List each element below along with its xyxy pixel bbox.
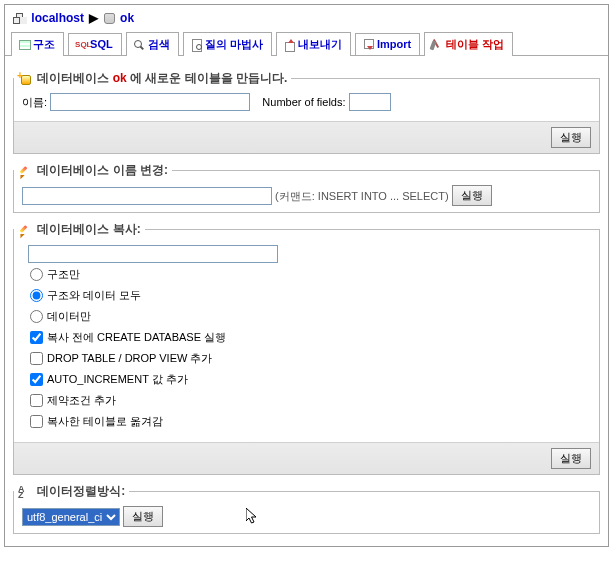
radio-structure-only[interactable] xyxy=(30,268,43,281)
pencil-icon xyxy=(18,165,32,177)
radio-data-only[interactable] xyxy=(30,310,43,323)
legend-rename-db: 데이터베이스 이름 변경: xyxy=(14,162,172,179)
tab-bar: 구조 SQLSQL 검색 질의 마법사 내보내기 Import 테이블 작업 xyxy=(5,31,608,56)
export-icon xyxy=(283,39,297,51)
input-rename-db[interactable] xyxy=(22,187,272,205)
label-constraints: 제약조건 추가 xyxy=(47,394,116,406)
chk-autoinc[interactable] xyxy=(30,373,43,386)
label-structure-data: 구조와 데이터 모두 xyxy=(47,289,141,301)
chk-constraints[interactable] xyxy=(30,394,43,407)
input-num-fields[interactable] xyxy=(349,93,391,111)
label-switch: 복사한 테이블로 옮겨감 xyxy=(47,415,163,427)
collation-submit[interactable]: 실행 xyxy=(123,506,163,527)
tab-search[interactable]: 검색 xyxy=(126,32,179,56)
label-table-name: 이름: xyxy=(22,96,47,108)
tab-sql[interactable]: SQLSQL xyxy=(68,33,122,55)
create-table-submit[interactable]: 실행 xyxy=(551,127,591,148)
import-icon xyxy=(362,39,376,51)
label-drop: DROP TABLE / DROP VIEW 추가 xyxy=(47,352,212,364)
tab-operations[interactable]: 테이블 작업 xyxy=(424,32,513,56)
rename-hint: (커맨드: INSERT INTO ... SELECT) xyxy=(275,190,449,202)
label-num-fields: Number of fields: xyxy=(262,96,345,108)
copy-db-submit[interactable]: 실행 xyxy=(551,448,591,469)
cursor-icon xyxy=(246,508,258,526)
chk-drop[interactable] xyxy=(30,352,43,365)
tab-structure[interactable]: 구조 xyxy=(11,32,64,56)
sql-icon: SQL xyxy=(75,39,89,51)
legend-create-table: 데이터베이스 ok 에 새로운 테이블을 만듭니다. xyxy=(14,70,291,87)
chk-switch[interactable] xyxy=(30,415,43,428)
server-icon xyxy=(13,13,26,24)
operations-icon xyxy=(431,39,445,51)
fieldset-create-table: 데이터베이스 ok 에 새로운 테이블을 만듭니다. 이름: Number of… xyxy=(13,70,600,154)
tab-export[interactable]: 내보내기 xyxy=(276,32,351,56)
new-table-icon xyxy=(18,73,32,85)
input-table-name[interactable] xyxy=(50,93,250,111)
label-data-only: 데이터만 xyxy=(47,310,91,322)
breadcrumb: localhost ▶ ok xyxy=(5,5,608,31)
query-icon xyxy=(190,39,204,51)
legend-collation: AZ 데이터정렬방식: xyxy=(14,483,129,500)
search-icon xyxy=(133,39,147,51)
tab-import[interactable]: Import xyxy=(355,33,420,55)
fieldset-copy-db: 데이터베이스 복사: 구조만 구조와 데이터 모두 데이터만 복사 전에 CRE… xyxy=(13,221,600,475)
label-structure-only: 구조만 xyxy=(47,268,80,280)
fieldset-rename-db: 데이터베이스 이름 변경: (커맨드: INSERT INTO ... SELE… xyxy=(13,162,600,213)
radio-structure-data[interactable] xyxy=(30,289,43,302)
label-create-db: 복사 전에 CREATE DATABASE 실행 xyxy=(47,331,226,343)
pencil-icon xyxy=(18,224,32,236)
label-autoinc: AUTO_INCREMENT 값 추가 xyxy=(47,373,188,385)
chk-create-db[interactable] xyxy=(30,331,43,344)
breadcrumb-separator: ▶ xyxy=(87,11,100,25)
database-icon xyxy=(104,13,115,24)
collation-icon: AZ xyxy=(18,486,32,498)
tab-query[interactable]: 질의 마법사 xyxy=(183,32,272,56)
select-collation[interactable]: utf8_general_ci xyxy=(22,508,120,526)
breadcrumb-server-link[interactable]: localhost xyxy=(31,11,84,25)
rename-db-submit[interactable]: 실행 xyxy=(452,185,492,206)
breadcrumb-db-link[interactable]: ok xyxy=(120,11,134,25)
legend-copy-db: 데이터베이스 복사: xyxy=(14,221,145,238)
fieldset-collation: AZ 데이터정렬방식: utf8_general_ci 실행 xyxy=(13,483,600,534)
structure-icon xyxy=(18,39,32,51)
input-copy-target[interactable] xyxy=(28,245,278,263)
